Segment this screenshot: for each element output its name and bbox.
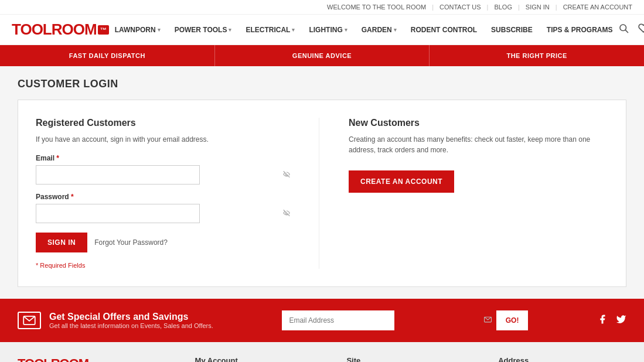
wishlist-button[interactable] (638, 23, 644, 36)
create-account-button[interactable]: CREATE AN ACCOUNT (349, 170, 454, 193)
email-group: Email * (36, 154, 295, 185)
twitter-icon[interactable] (616, 314, 626, 327)
footer-site-col: Site (346, 356, 475, 362)
svg-line-1 (626, 30, 628, 32)
nav-item-lawnporn[interactable]: LAWNPORN ▾ (109, 22, 166, 37)
chevron-down-icon: ▾ (292, 27, 295, 33)
new-customer-title: New Customers (349, 118, 608, 128)
password-input[interactable] (36, 204, 200, 223)
footer-email-form: GO! (282, 310, 528, 330)
new-customer-desc: Creating an account has many benefits: c… (349, 134, 608, 155)
footer-go-button[interactable]: GO! (496, 310, 529, 330)
banner-bar: FAST DAILY DISPATCH GENUINE ADVICE THE R… (0, 45, 644, 66)
footer-logo-col: TOOLROOM (18, 356, 172, 362)
registered-title: Registered Customers (36, 118, 295, 128)
chevron-down-icon: ▾ (229, 27, 231, 33)
page-content: CUSTOMER LOGIN Registered Customers If y… (0, 66, 644, 299)
eye-icon (282, 170, 291, 180)
password-group: Password * (36, 193, 295, 223)
nav-item-power-tools[interactable]: POWER TOOLS ▾ (169, 22, 238, 37)
nav-item-garden[interactable]: GARDEN ▾ (356, 22, 403, 37)
mail-icon (18, 312, 41, 329)
signin-link[interactable]: SIGN IN (526, 4, 550, 11)
footer-input-icon (484, 316, 492, 325)
footer-bottom: TOOLROOM My Account Site Address (0, 342, 644, 362)
password-input-wrap (36, 204, 295, 223)
signin-button[interactable]: SIGN IN (36, 233, 87, 252)
header: TOOLROOM ™ LAWNPORN ▾ POWER TOOLS ▾ ELEC… (0, 15, 644, 45)
footer-address-col: Address (498, 356, 626, 362)
footer-my-account-title: My Account (195, 356, 323, 362)
chevron-down-icon: ▾ (345, 27, 347, 33)
banner-genuine-advice: GENUINE ADVICE (215, 45, 430, 66)
banner-fast-dispatch: FAST DAILY DISPATCH (0, 45, 215, 66)
welcome-text: WELCOME TO THE TOOL ROOM (327, 4, 426, 11)
registered-section: Registered Customers If you have an acco… (36, 118, 319, 269)
page-title: CUSTOMER LOGIN (18, 78, 626, 90)
contact-link[interactable]: CONTACT US (439, 4, 481, 11)
nav-item-lighting[interactable]: LIGHTING ▾ (303, 22, 353, 37)
required-note: * Required Fields (36, 262, 295, 269)
header-icons: 0 (618, 23, 644, 36)
search-button[interactable] (618, 23, 629, 36)
required-asterisk: * (36, 262, 38, 269)
create-account-link[interactable]: CREATE AN ACCOUNT (563, 4, 632, 11)
footer-headline: Get Special Offers and Savings (49, 312, 213, 322)
main-nav: LAWNPORN ▾ POWER TOOLS ▾ ELECTRICAL ▾ LI… (109, 22, 619, 37)
password-label: Password * (36, 193, 295, 201)
banner-right-price: THE RIGHT PRICE (430, 45, 644, 66)
footer-email-input[interactable] (282, 310, 394, 330)
logo[interactable]: TOOLROOM ™ (12, 21, 109, 39)
login-card: Registered Customers If you have an acco… (18, 100, 626, 287)
nav-item-rodent-control[interactable]: RODENT CONTROL (405, 22, 483, 37)
facebook-icon[interactable] (597, 314, 608, 327)
footer-email-bar: Get Special Offers and Savings Get all t… (0, 299, 644, 342)
logo-box: ™ (98, 25, 109, 35)
show-password-icon (282, 209, 291, 218)
email-input-wrap (36, 165, 295, 185)
top-bar: WELCOME TO THE TOOL ROOM | CONTACT US | … (0, 0, 644, 15)
registered-desc: If you have an account, sign in with you… (36, 134, 295, 145)
footer-my-account-col: My Account (195, 356, 323, 362)
footer-site-title: Site (346, 356, 475, 362)
nav-item-tips-programs[interactable]: TIPS & PROGRAMS (541, 22, 619, 37)
footer-subtext: Get all the latest information on Events… (49, 322, 213, 329)
nav-item-subscribe[interactable]: SUBSCRIBE (485, 22, 539, 37)
signin-row: SIGN IN Forgot Your Password? (36, 233, 295, 252)
chevron-down-icon: ▾ (158, 27, 161, 33)
new-customer-section: New Customers Creating an account has ma… (319, 118, 608, 269)
footer-input-wrap (282, 310, 496, 330)
svg-line-4 (284, 210, 290, 216)
footer-social (597, 314, 626, 327)
email-input[interactable] (36, 165, 200, 185)
logo-text: TOOLROOM (12, 21, 97, 39)
footer-email-left: Get Special Offers and Savings Get all t… (18, 312, 213, 329)
footer-email-text: Get Special Offers and Savings Get all t… (49, 312, 213, 329)
forgot-password-link[interactable]: Forgot Your Password? (94, 238, 168, 247)
svg-line-3 (284, 171, 290, 177)
nav-item-electrical[interactable]: ELECTRICAL ▾ (240, 22, 301, 37)
chevron-down-icon: ▾ (394, 27, 397, 33)
footer-address-title: Address (498, 356, 626, 362)
blog-link[interactable]: BLOG (494, 4, 512, 11)
footer-logo: TOOLROOM (18, 356, 172, 362)
email-label: Email * (36, 154, 295, 162)
